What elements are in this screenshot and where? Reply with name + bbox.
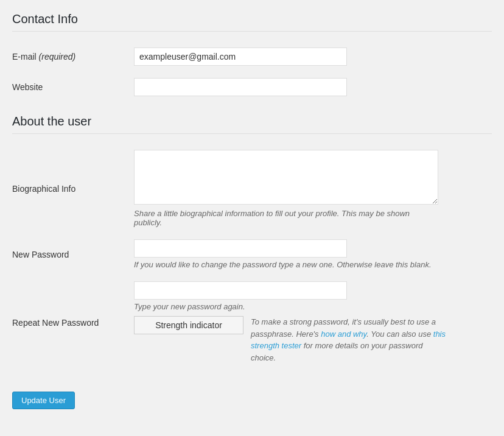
new-password-label: New Password bbox=[12, 233, 134, 275]
how-and-why-link[interactable]: how and why bbox=[321, 329, 366, 339]
contact-info-table: E-mail (required) Website bbox=[12, 41, 492, 102]
strength-indicator: Strength indicator bbox=[134, 316, 243, 334]
new-password-input[interactable] bbox=[134, 239, 347, 258]
about-user-title: About the user bbox=[12, 114, 492, 134]
repeat-password-input[interactable] bbox=[134, 281, 347, 300]
email-input[interactable] bbox=[134, 47, 347, 66]
bio-input[interactable] bbox=[134, 150, 438, 205]
email-row: E-mail (required) bbox=[12, 41, 492, 72]
repeat-password-hint: Type your new password again. bbox=[134, 302, 492, 311]
strength-row: Strength indicator To make a strong pass… bbox=[134, 316, 492, 364]
update-user-button[interactable]: Update User bbox=[12, 392, 75, 409]
website-label: Website bbox=[12, 72, 134, 102]
email-label: E-mail (required) bbox=[12, 41, 134, 72]
repeat-password-row: Repeat New Password Type your new passwo… bbox=[12, 275, 492, 370]
about-user-table: Biographical Info Share a little biograp… bbox=[12, 144, 492, 370]
bio-description: Share a little biographical information … bbox=[134, 209, 438, 227]
new-password-row: New Password If you would like to change… bbox=[12, 233, 492, 275]
website-row: Website bbox=[12, 72, 492, 102]
bio-label: Biographical Info bbox=[12, 144, 134, 233]
website-input[interactable] bbox=[134, 78, 347, 96]
repeat-password-label: Repeat New Password bbox=[12, 275, 134, 370]
strength-text: To make a strong password, it's usually … bbox=[251, 316, 446, 364]
contact-info-title: Contact Info bbox=[12, 12, 492, 32]
new-password-hint: If you would like to change the password… bbox=[134, 260, 492, 269]
bio-row: Biographical Info Share a little biograp… bbox=[12, 144, 492, 233]
